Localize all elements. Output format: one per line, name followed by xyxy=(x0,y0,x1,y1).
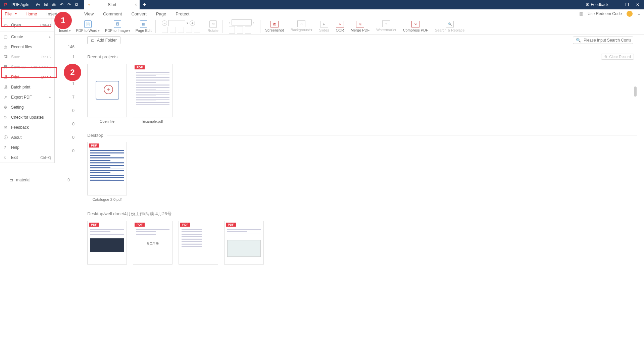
tab-add-button[interactable]: + xyxy=(140,2,149,8)
tab-start[interactable]: ⌂ Start × xyxy=(84,0,140,9)
file-tile[interactable]: PDF xyxy=(87,221,127,265)
app-logo: P xyxy=(3,2,9,8)
file-menu-help-label: Help xyxy=(11,145,19,150)
sidebar-folder-item[interactable]: 🗀 material 0 xyxy=(9,178,77,182)
file-menu-open-shortcut: Ctrl+O xyxy=(40,23,51,27)
home-icon: ⌂ xyxy=(88,2,90,7)
file-menu-exit[interactable]: ⎋ Exit Ctrl+Q xyxy=(0,153,54,163)
open-file-icon xyxy=(96,81,119,100)
file-menu-recent[interactable]: ◷ Recent files xyxy=(0,42,54,52)
file-menu-print[interactable]: 🖶 Print Ctrl+P xyxy=(0,72,54,82)
file-menu-print-shortcut: Ctrl+P xyxy=(41,75,51,79)
file-menu-feedback[interactable]: ✉ Feedback xyxy=(0,122,54,132)
undo-icon[interactable]: ↶ xyxy=(60,2,63,7)
menubar: File ▼ Home Insert View Comment Convert … xyxy=(0,9,644,18)
menu-convert[interactable]: Convert xyxy=(127,11,151,16)
menu-file[interactable]: File ▼ xyxy=(0,9,21,18)
add-folder-label: Add Folder xyxy=(97,38,117,43)
content-area: 🗀 Add Folder 🔍 Recent projects 🗑 Clear R… xyxy=(87,36,637,349)
feedback-link[interactable]: ✉ Feedback xyxy=(586,2,608,7)
file-tile[interactable]: PDF xyxy=(224,221,264,265)
menu-file-label: File xyxy=(5,11,12,16)
file-menu-export[interactable]: ↗ Export PDF ▸ xyxy=(0,92,54,102)
pdf-tag: PDF xyxy=(226,223,236,227)
print-icon[interactable]: 🖶 xyxy=(52,2,56,7)
star-icon[interactable]: ✪ xyxy=(75,2,78,7)
file-menu-feedback-label: Feedback xyxy=(11,125,29,130)
annotation-circle-2: 2 xyxy=(64,64,81,81)
info-icon: ⓘ xyxy=(4,135,8,140)
file-menu-updates-label: Check for updates xyxy=(11,115,44,120)
add-folder-icon: 🗀 xyxy=(91,38,95,43)
count-0: 146 xyxy=(55,44,81,50)
close-button[interactable]: ✕ xyxy=(635,2,641,7)
add-folder-button[interactable]: 🗀 Add Folder xyxy=(87,36,120,44)
file-menu: 🗁 Open Ctrl+O ▢ Create ▸ ◷ Recent files … xyxy=(0,18,55,163)
chevron-right-icon: ▸ xyxy=(49,35,51,39)
file-menu-open[interactable]: 🗁 Open Ctrl+O xyxy=(0,18,54,32)
section-desktop-label: Desktop xyxy=(87,133,103,138)
file-menu-open-label: Open xyxy=(11,23,21,27)
feedback-icon: ✉ xyxy=(586,2,589,7)
minimize-button[interactable]: — xyxy=(613,2,619,7)
file-tile[interactable]: PDF 员工手册 xyxy=(133,221,172,265)
file-tile-label: Example.pdf xyxy=(133,119,172,123)
section-recent-projects: Recent projects 🗑 Clear Record xyxy=(87,54,637,60)
close-icon[interactable]: × xyxy=(135,2,137,7)
search-input[interactable] xyxy=(584,38,631,43)
recent-icon: ◷ xyxy=(4,45,8,49)
redeem-icon: ▥ xyxy=(579,11,583,16)
file-menu-print-label: Print xyxy=(11,75,19,79)
folder-icon: 🗀 xyxy=(9,178,13,182)
open-file-tile[interactable]: Open file xyxy=(87,64,127,123)
saveas-icon: 🖪 xyxy=(4,65,8,69)
search-icon: 🔍 xyxy=(576,38,581,43)
section-desktop: Desktop xyxy=(87,133,637,138)
app-name: PDF Agile xyxy=(11,2,29,7)
pdf-tag: PDF xyxy=(135,65,145,69)
quick-access-toolbar: 🗁 🖫 🖶 ↶ ↷ ✪ xyxy=(36,2,78,7)
titlebar-right: ✉ Feedback — ❐ ✕ xyxy=(586,2,644,7)
count-5: 0 xyxy=(55,104,81,117)
annotation-circle-1: 1 xyxy=(54,12,72,29)
file-menu-batch[interactable]: 🖶 Batch print xyxy=(0,82,54,92)
file-tile[interactable]: PDF xyxy=(179,221,218,265)
open-icon[interactable]: 🗁 xyxy=(36,2,40,7)
file-menu-saveas: 🖪 Save as Ctrl+Shift+S xyxy=(0,62,54,72)
save-icon: 🖫 xyxy=(4,55,8,59)
trash-icon: 🗑 xyxy=(604,55,608,59)
menu-comment[interactable]: Comment xyxy=(98,11,127,16)
file-menu-save: 🖫 Save Ctrl+S xyxy=(0,52,54,62)
menu-page[interactable]: Page xyxy=(151,11,171,16)
count-6: 0 xyxy=(55,117,81,131)
maximize-button[interactable]: ❐ xyxy=(624,2,630,7)
redeem-link[interactable]: Use Redeem Code xyxy=(588,11,622,16)
file-menu-about[interactable]: ⓘ About xyxy=(0,132,54,142)
chevron-right-icon: ▸ xyxy=(49,96,51,99)
search-box[interactable]: 🔍 xyxy=(573,37,633,44)
print-icon: 🖶 xyxy=(4,75,8,79)
file-menu-create[interactable]: ▢ Create ▸ xyxy=(0,32,54,42)
file-menu-updates[interactable]: ⟳ Check for updates xyxy=(0,112,54,122)
tabstrip: ⌂ Start × + xyxy=(84,0,149,9)
save-icon[interactable]: 🖫 xyxy=(44,2,48,7)
menu-view[interactable]: View xyxy=(80,11,98,16)
scrollbar-thumb[interactable] xyxy=(634,86,637,97)
clear-record-button[interactable]: 🗑 Clear Record xyxy=(601,54,634,60)
file-tile-label: Catalogue 2.0.pdf xyxy=(87,197,127,201)
pdf-tag: PDF xyxy=(180,223,190,227)
file-menu-exit-shortcut: Ctrl+Q xyxy=(40,156,51,160)
user-avatar[interactable] xyxy=(627,11,633,17)
chevron-down-icon[interactable]: ⌄ xyxy=(637,11,641,16)
count-4: 7 xyxy=(55,91,81,104)
menu-protect[interactable]: Protect xyxy=(171,11,194,16)
file-tile-catalogue[interactable]: PDF Catalogue 2.0.pdf xyxy=(87,142,127,201)
file-menu-setting[interactable]: ⚙ Setting xyxy=(0,102,54,112)
file-tile-example[interactable]: PDF Example.pdf xyxy=(133,64,172,123)
file-menu-save-shortcut: Ctrl+S xyxy=(41,55,51,59)
file-menu-help[interactable]: ? Help xyxy=(0,142,54,153)
export-icon: ↗ xyxy=(4,95,8,100)
redo-icon[interactable]: ↷ xyxy=(67,2,71,7)
menu-home[interactable]: Home xyxy=(21,11,42,16)
feedback-label: Feedback xyxy=(591,2,608,7)
